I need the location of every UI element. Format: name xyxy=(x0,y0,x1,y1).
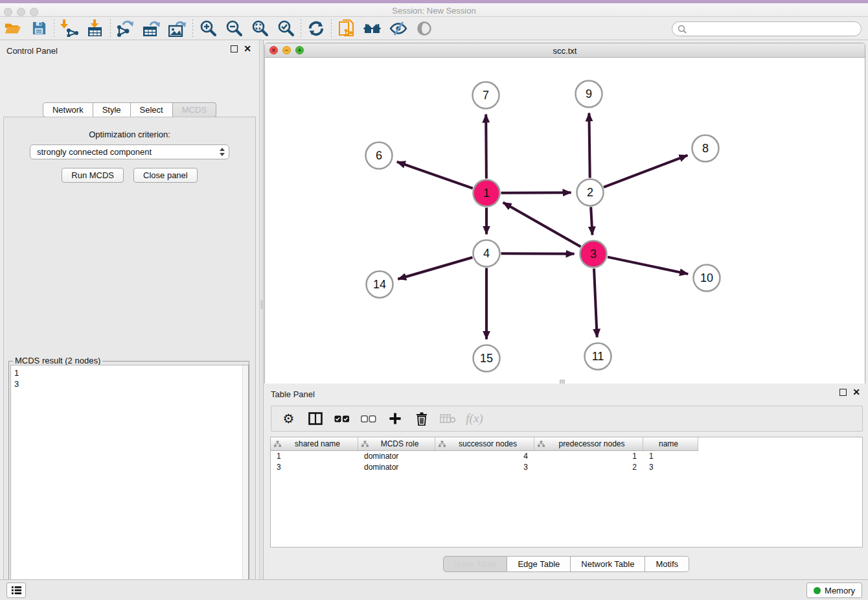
close-table-panel-icon[interactable]: ✕ xyxy=(852,389,860,396)
export-image-icon[interactable] xyxy=(165,17,190,40)
tab-motifs[interactable]: Motifs xyxy=(645,556,689,572)
column-header-shared-name[interactable]: shared name xyxy=(271,437,358,450)
network-window-title: scc.txt xyxy=(265,46,865,56)
os-titlebar: Session: New Session xyxy=(0,3,868,17)
search-input[interactable] xyxy=(672,21,862,36)
control-panel-header: Control Panel ✕ xyxy=(0,40,259,61)
table-panel-title: Table Panel xyxy=(271,389,315,399)
edge-2-3[interactable] xyxy=(591,207,592,235)
node-label-10: 10 xyxy=(700,271,713,284)
node-table-body: 1dominator4113dominator323 xyxy=(271,451,862,472)
add-column-icon[interactable] xyxy=(383,408,407,430)
edge-3-1[interactable] xyxy=(503,203,581,247)
zoom-fit-icon[interactable] xyxy=(247,17,273,40)
show-details-icon[interactable] xyxy=(411,17,437,40)
table-cell: dominator xyxy=(358,463,435,472)
table-row[interactable]: 3dominator323 xyxy=(271,462,862,473)
network-canvas[interactable]: 1234678910111415 xyxy=(265,58,865,384)
network-canvas-svg: 1234678910111415 xyxy=(265,58,865,384)
splitter-handle[interactable] xyxy=(260,300,263,309)
column-header-predecessor-nodes[interactable]: predecessor nodes xyxy=(534,437,643,450)
refresh-icon[interactable] xyxy=(303,17,329,40)
node-label-11: 11 xyxy=(592,350,604,363)
toolbar-separator xyxy=(192,19,193,38)
control-panel-title: Control Panel xyxy=(6,46,58,56)
mcds-result-box[interactable]: 1 3 xyxy=(10,365,249,600)
node-label-6: 6 xyxy=(376,149,382,162)
export-network-icon[interactable] xyxy=(113,17,139,40)
result-scrollbar[interactable] xyxy=(242,365,248,600)
network-from-clipboard-icon[interactable] xyxy=(334,17,360,40)
unselect-all-columns-icon[interactable] xyxy=(356,408,380,430)
zoom-out-icon[interactable] xyxy=(221,17,247,40)
import-network-icon[interactable] xyxy=(56,17,82,40)
float-table-panel-icon[interactable] xyxy=(839,389,847,396)
memory-button[interactable]: Memory xyxy=(806,583,862,598)
node-label-7: 7 xyxy=(483,89,489,102)
table-cell: 1 xyxy=(271,452,358,461)
edge-1-6[interactable] xyxy=(397,162,473,189)
mcds-result-title: MCDS result (2 nodes) xyxy=(13,356,102,365)
node-label-1: 1 xyxy=(483,187,490,200)
home-icon[interactable] xyxy=(360,17,385,40)
chevron-up-down-icon xyxy=(219,147,225,159)
tab-select[interactable]: Select xyxy=(131,102,173,117)
close-panel-icon[interactable]: ✕ xyxy=(244,45,251,52)
show-column-icon[interactable] xyxy=(303,408,327,430)
delete-column-icon[interactable] xyxy=(409,408,433,430)
column-header-name[interactable]: name xyxy=(643,437,698,450)
tab-network[interactable]: Network xyxy=(43,102,93,117)
table-panel-header: Table Panel ✕ xyxy=(264,384,868,404)
criterion-dropdown[interactable]: strongly connected component xyxy=(30,144,229,159)
optimization-criterion-label: Optimization criterion: xyxy=(4,130,255,139)
toolbar-separator xyxy=(54,19,54,38)
select-all-columns-icon[interactable] xyxy=(330,408,354,430)
edge-2-9[interactable] xyxy=(589,113,589,178)
open-folder-icon[interactable] xyxy=(0,17,26,40)
tab-edge-table[interactable]: Edge Table xyxy=(507,556,571,572)
table-cell: 3 xyxy=(271,463,358,472)
tab-network-table[interactable]: Network Table xyxy=(571,556,645,572)
node-label-3: 3 xyxy=(590,248,597,260)
node-label-9: 9 xyxy=(586,87,592,100)
application-window: Session: New Session xyxy=(0,0,868,600)
toolbar-separator xyxy=(110,19,111,38)
table-cell: dominator xyxy=(358,452,435,461)
network-window-titlebar[interactable]: × − + scc.txt xyxy=(265,43,865,58)
mcds-result-fieldset: MCDS result (2 nodes) 1 3 xyxy=(8,361,249,600)
node-table[interactable]: shared nameMCDS rolesuccessor nodesprede… xyxy=(270,437,863,548)
table-row[interactable]: 1dominator411 xyxy=(271,451,862,462)
export-table-icon[interactable] xyxy=(139,17,165,40)
network-view-window: × − + scc.txt 1234678910111415 xyxy=(264,43,865,384)
import-table-icon[interactable] xyxy=(82,17,108,40)
node-label-4: 4 xyxy=(483,247,490,260)
save-icon[interactable] xyxy=(26,17,52,40)
table-cell: 1 xyxy=(534,452,643,461)
node-label-15: 15 xyxy=(480,352,493,365)
edge-4-3[interactable] xyxy=(501,253,574,254)
task-history-button[interactable] xyxy=(6,583,26,598)
tab-node-table[interactable]: Node Table xyxy=(443,556,508,572)
panel-splitter[interactable] xyxy=(259,40,264,579)
run-mcds-button[interactable]: Run MCDS xyxy=(62,168,124,183)
edge-1-7[interactable] xyxy=(486,114,486,178)
node-table-header: shared nameMCDS rolesuccessor nodesprede… xyxy=(271,437,698,451)
column-header-MCDS-role[interactable]: MCDS role xyxy=(358,437,435,450)
column-header-successor-nodes[interactable]: successor nodes xyxy=(435,437,534,450)
tab-style[interactable]: Style xyxy=(93,102,131,117)
close-panel-button[interactable]: Close panel xyxy=(133,168,198,183)
tab-mcds[interactable]: MCDS xyxy=(173,102,216,117)
edge-4-14[interactable] xyxy=(398,257,472,279)
edge-3-11[interactable] xyxy=(594,268,597,337)
table-cell: 3 xyxy=(435,463,534,472)
table-options-gear-icon[interactable]: ⚙ xyxy=(277,408,301,430)
float-panel-icon[interactable] xyxy=(231,45,238,52)
hide-details-icon[interactable] xyxy=(385,17,411,40)
mcds-result-text: 1 3 xyxy=(11,365,248,391)
edge-3-10[interactable] xyxy=(608,257,688,274)
zoom-in-icon[interactable] xyxy=(195,17,221,40)
edge-2-8[interactable] xyxy=(604,156,687,187)
zoom-selected-icon[interactable] xyxy=(273,17,299,40)
search-icon xyxy=(678,25,687,34)
edge-1-2[interactable] xyxy=(501,192,571,193)
